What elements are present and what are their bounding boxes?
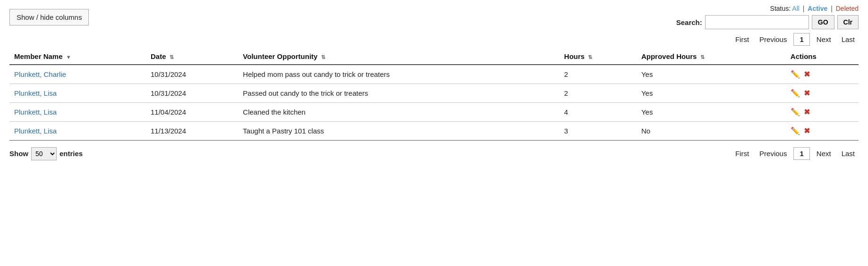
col-actions: Actions bbox=[786, 49, 859, 65]
first-button-top[interactable]: First bbox=[732, 33, 753, 45]
search-label: Search: bbox=[676, 18, 702, 26]
cell-hours: 2 bbox=[560, 65, 637, 84]
sort-icon-approved: ⇅ bbox=[700, 54, 705, 60]
current-page-bottom: 1 bbox=[793, 147, 809, 160]
edit-icon[interactable]: ✏️ bbox=[791, 89, 800, 98]
cell-date: 11/04/2024 bbox=[146, 103, 238, 122]
cell-approved-hours: Yes bbox=[637, 65, 786, 84]
cell-approved-hours: No bbox=[637, 122, 786, 141]
show-label: Show bbox=[9, 150, 28, 158]
pagination-bottom: First Previous 1 Next Last bbox=[732, 147, 859, 160]
status-deleted-link[interactable]: Deleted bbox=[836, 5, 859, 12]
cell-member-name: Plunkett, Lisa bbox=[9, 122, 146, 141]
cell-opportunity: Taught a Pastry 101 class bbox=[238, 122, 559, 141]
main-table: Member Name ▼ Date ⇅ Volunteer Opportuni… bbox=[9, 49, 859, 141]
cell-opportunity: Passed out candy to the trick or treater… bbox=[238, 84, 559, 103]
last-button-top[interactable]: Last bbox=[838, 33, 859, 45]
sort-icon-member: ▼ bbox=[66, 54, 71, 60]
cell-date: 11/13/2024 bbox=[146, 122, 238, 141]
member-name-link[interactable]: Plunkett, Lisa bbox=[14, 108, 57, 116]
first-button-bottom[interactable]: First bbox=[732, 148, 753, 159]
table-row: Plunkett, Charlie 10/31/2024 Helped mom … bbox=[9, 65, 859, 84]
cell-hours: 3 bbox=[560, 122, 637, 141]
table-header: Member Name ▼ Date ⇅ Volunteer Opportuni… bbox=[9, 49, 859, 65]
table-row: Plunkett, Lisa 10/31/2024 Passed out can… bbox=[9, 84, 859, 103]
sort-icon-hours: ⇅ bbox=[588, 54, 592, 60]
cell-hours: 2 bbox=[560, 84, 637, 103]
search-row: Search: GO Clr bbox=[676, 15, 859, 29]
last-button-bottom[interactable]: Last bbox=[838, 148, 859, 159]
bottom-bar: Show 102550100 entries First Previous 1 … bbox=[9, 144, 859, 163]
cell-hours: 4 bbox=[560, 103, 637, 122]
pagination-top: First Previous 1 Next Last bbox=[9, 33, 859, 46]
cell-member-name: Plunkett, Lisa bbox=[9, 103, 146, 122]
show-hide-columns-button[interactable]: Show / hide columns bbox=[9, 9, 89, 25]
table-row: Plunkett, Lisa 11/04/2024 Cleaned the ki… bbox=[9, 103, 859, 122]
entries-select[interactable]: 102550100 bbox=[31, 147, 57, 160]
show-entries: Show 102550100 entries bbox=[9, 147, 83, 160]
go-button[interactable]: GO bbox=[812, 15, 834, 29]
delete-icon[interactable]: ✖ bbox=[804, 89, 810, 98]
edit-icon[interactable]: ✏️ bbox=[791, 126, 800, 135]
cell-approved-hours: Yes bbox=[637, 103, 786, 122]
next-button-bottom[interactable]: Next bbox=[813, 148, 835, 159]
top-bar: Show / hide columns Status: All | Active… bbox=[9, 5, 859, 29]
col-date[interactable]: Date ⇅ bbox=[146, 49, 238, 65]
cell-actions: ✏️ ✖ bbox=[786, 84, 859, 103]
sort-icon-date: ⇅ bbox=[170, 54, 174, 60]
member-name-link[interactable]: Plunkett, Lisa bbox=[14, 127, 57, 135]
col-volunteer-opportunity[interactable]: Volunteer Opportunity ⇅ bbox=[238, 49, 559, 65]
member-name-link[interactable]: Plunkett, Lisa bbox=[14, 89, 57, 97]
col-hours[interactable]: Hours ⇅ bbox=[560, 49, 637, 65]
clear-button[interactable]: Clr bbox=[837, 15, 859, 29]
next-button-top[interactable]: Next bbox=[813, 33, 835, 45]
col-member-name[interactable]: Member Name ▼ bbox=[9, 49, 146, 65]
entries-label: entries bbox=[60, 150, 83, 158]
top-right-controls: Status: All | Active | Deleted Search: G… bbox=[676, 5, 859, 29]
member-name-link[interactable]: Plunkett, Charlie bbox=[14, 70, 66, 78]
cell-date: 10/31/2024 bbox=[146, 84, 238, 103]
current-page-top: 1 bbox=[793, 33, 809, 46]
previous-button-bottom[interactable]: Previous bbox=[756, 148, 791, 159]
delete-icon[interactable]: ✖ bbox=[804, 70, 810, 79]
cell-actions: ✏️ ✖ bbox=[786, 122, 859, 141]
edit-icon[interactable]: ✏️ bbox=[791, 108, 800, 116]
cell-actions: ✏️ ✖ bbox=[786, 103, 859, 122]
col-approved-hours[interactable]: Approved Hours ⇅ bbox=[637, 49, 786, 65]
previous-button-top[interactable]: Previous bbox=[756, 33, 791, 45]
delete-icon[interactable]: ✖ bbox=[804, 126, 810, 135]
delete-icon[interactable]: ✖ bbox=[804, 108, 810, 116]
status-label: Status: bbox=[770, 5, 791, 12]
table-row: Plunkett, Lisa 11/13/2024 Taught a Pastr… bbox=[9, 122, 859, 141]
table-body: Plunkett, Charlie 10/31/2024 Helped mom … bbox=[9, 65, 859, 141]
cell-actions: ✏️ ✖ bbox=[786, 65, 859, 84]
search-input[interactable] bbox=[705, 15, 809, 29]
cell-member-name: Plunkett, Charlie bbox=[9, 65, 146, 84]
cell-member-name: Plunkett, Lisa bbox=[9, 84, 146, 103]
cell-date: 10/31/2024 bbox=[146, 65, 238, 84]
cell-opportunity: Cleaned the kitchen bbox=[238, 103, 559, 122]
cell-approved-hours: Yes bbox=[637, 84, 786, 103]
cell-opportunity: Helped mom pass out candy to trick or tr… bbox=[238, 65, 559, 84]
edit-icon[interactable]: ✏️ bbox=[791, 70, 800, 79]
status-line: Status: All | Active | Deleted bbox=[770, 5, 859, 12]
status-all-link[interactable]: All bbox=[792, 5, 800, 12]
status-active-link[interactable]: Active bbox=[808, 5, 827, 12]
sort-icon-opportunity: ⇅ bbox=[321, 54, 325, 60]
